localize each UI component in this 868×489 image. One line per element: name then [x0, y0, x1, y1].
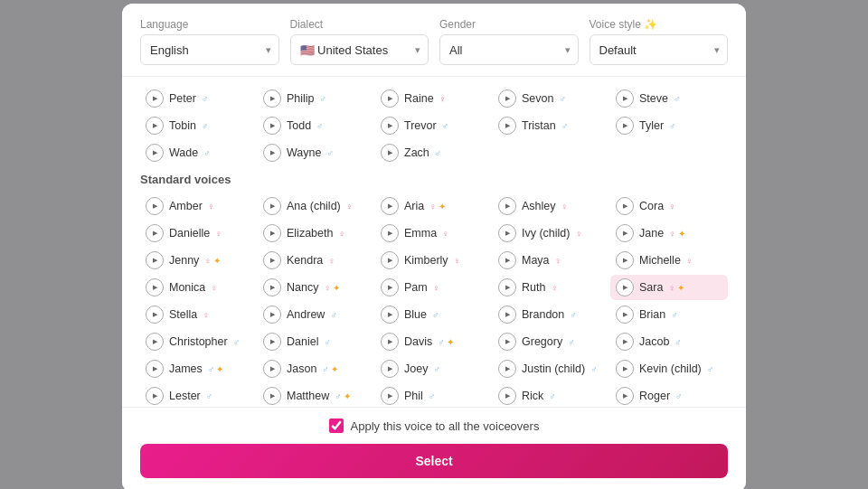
language-select-wrapper[interactable]: English — [140, 34, 279, 65]
voice-play-button[interactable] — [381, 306, 399, 324]
voice-play-button[interactable] — [616, 278, 634, 296]
voice-play-button[interactable] — [146, 197, 164, 215]
select-button[interactable]: Select — [140, 444, 728, 478]
voice-item[interactable]: Elizabeth♀ — [258, 221, 375, 246]
voice-play-button[interactable] — [498, 251, 516, 269]
voice-play-button[interactable] — [146, 306, 164, 324]
voice-play-button[interactable] — [146, 278, 164, 296]
voice-play-button[interactable] — [498, 278, 516, 296]
voice-item[interactable]: Emma♀ — [375, 221, 493, 246]
voice-item[interactable]: Jenny♀✦ — [140, 248, 258, 273]
voice-item[interactable]: James♂✦ — [140, 356, 258, 381]
voice-play-button[interactable] — [498, 360, 516, 378]
voice-item[interactable]: Maya♀ — [493, 248, 610, 273]
voice-item[interactable]: Tobin♂ — [140, 113, 258, 138]
voice-item[interactable]: Kendra♀ — [258, 248, 375, 273]
voice-play-button[interactable] — [616, 89, 634, 108]
voice-play-button[interactable] — [498, 197, 516, 215]
voice-play-button[interactable] — [616, 117, 634, 135]
voice-item[interactable]: Peter♂ — [140, 86, 258, 111]
voice-item[interactable]: Todd♂ — [258, 113, 375, 138]
language-select[interactable]: English — [150, 43, 269, 57]
voice-play-button[interactable] — [146, 144, 164, 162]
dialect-select[interactable]: 🇺🇸 United States — [300, 43, 420, 57]
voice-play-button[interactable] — [381, 251, 399, 269]
voice-play-button[interactable] — [263, 197, 281, 215]
voice-item[interactable]: Aria♀✦ — [375, 193, 493, 219]
voice-play-button[interactable] — [498, 306, 516, 324]
voice-item[interactable]: Jane♀✦ — [610, 221, 728, 246]
voice-play-button[interactable] — [146, 360, 164, 378]
voice-item[interactable]: Roger♂ — [610, 383, 728, 407]
voice-play-button[interactable] — [146, 333, 164, 351]
voice-item[interactable]: Danielle♀ — [140, 221, 258, 246]
voice-item[interactable]: Wade♂ — [140, 140, 258, 165]
voice-item[interactable]: Joey♂ — [375, 356, 493, 381]
voice-item[interactable]: Tyler♂ — [610, 113, 728, 138]
voice-play-button[interactable] — [263, 387, 281, 405]
voice-play-button[interactable] — [263, 278, 281, 296]
voice-play-button[interactable] — [263, 117, 281, 135]
voice-item[interactable]: Davis♂✦ — [375, 329, 493, 354]
gender-select[interactable]: All Male Female — [449, 43, 569, 57]
voice-play-button[interactable] — [263, 251, 281, 269]
voice-play-button[interactable] — [381, 387, 399, 405]
voice-play-button[interactable] — [381, 144, 399, 162]
voice-item[interactable]: Jason♂✦ — [258, 356, 375, 381]
voice-item[interactable]: Ruth♀ — [493, 275, 610, 300]
voice-item[interactable]: Christopher♂ — [140, 329, 258, 354]
voice-play-button[interactable] — [146, 117, 164, 135]
voice-play-button[interactable] — [616, 306, 634, 324]
voice-play-button[interactable] — [498, 333, 516, 351]
voice-item[interactable]: Tristan♂ — [493, 113, 610, 138]
voice-play-button[interactable] — [263, 89, 281, 108]
voice-item[interactable]: Stella♀ — [140, 302, 258, 327]
voice-play-button[interactable] — [498, 89, 516, 108]
voice-item[interactable]: Gregory♂ — [493, 329, 610, 354]
voice-play-button[interactable] — [381, 89, 399, 108]
voice-play-button[interactable] — [263, 224, 281, 242]
voice-play-button[interactable] — [616, 360, 634, 378]
voice-item[interactable]: Amber♀ — [140, 193, 258, 219]
voice-item[interactable]: Andrew♂ — [258, 302, 375, 327]
voice-item[interactable]: Cora♀ — [610, 193, 728, 219]
voice-play-button[interactable] — [616, 224, 634, 242]
voice-item[interactable]: Wayne♂ — [258, 140, 375, 165]
voice-item[interactable]: Steve♂ — [610, 86, 728, 111]
voice-item[interactable]: Phil♂ — [375, 383, 493, 407]
voice-play-button[interactable] — [146, 387, 164, 405]
voice-item[interactable]: Nancy♀✦ — [258, 275, 375, 300]
voice-item[interactable]: Ana (child)♀ — [258, 193, 375, 219]
voice-play-button[interactable] — [146, 89, 164, 108]
voice-item[interactable]: Ashley♀ — [493, 193, 610, 219]
voice-item[interactable]: Zach♂ — [375, 140, 493, 165]
voice-play-button[interactable] — [381, 117, 399, 135]
voice-play-button[interactable] — [381, 224, 399, 242]
voice-item[interactable]: Sara♀✦ — [610, 275, 728, 300]
voice-item[interactable]: Monica♀ — [140, 275, 258, 300]
voice-item[interactable]: Blue♂ — [375, 302, 493, 327]
voice-item[interactable]: Michelle♀ — [610, 248, 728, 273]
voice-play-button[interactable] — [616, 251, 634, 269]
voice-play-button[interactable] — [498, 117, 516, 135]
voice-play-button[interactable] — [381, 197, 399, 215]
voice-item[interactable]: Trevor♂ — [375, 113, 493, 138]
voice-play-button[interactable] — [146, 251, 164, 269]
voice-play-button[interactable] — [498, 224, 516, 242]
voice-play-button[interactable] — [381, 360, 399, 378]
voice-play-button[interactable] — [381, 333, 399, 351]
voice-item[interactable]: Ivy (child)♀ — [493, 221, 610, 246]
apply-all-checkbox[interactable] — [329, 418, 344, 433]
voice-item[interactable]: Pam♀ — [375, 275, 493, 300]
voice-style-select-wrapper[interactable]: Default — [590, 34, 729, 65]
voice-style-select[interactable]: Default — [599, 43, 719, 57]
voice-item[interactable]: Rick♂ — [493, 383, 610, 407]
voice-item[interactable]: Matthew♂✦ — [258, 383, 375, 407]
voice-item[interactable]: Brian♂ — [610, 302, 728, 327]
voice-play-button[interactable] — [263, 360, 281, 378]
voice-item[interactable]: Philip♂ — [258, 86, 375, 111]
voice-item[interactable]: Justin (child)♂ — [493, 356, 610, 381]
voice-play-button[interactable] — [498, 387, 516, 405]
voice-item[interactable]: Kevin (child)♂ — [610, 356, 728, 381]
voice-item[interactable]: Jacob♂ — [610, 329, 728, 354]
